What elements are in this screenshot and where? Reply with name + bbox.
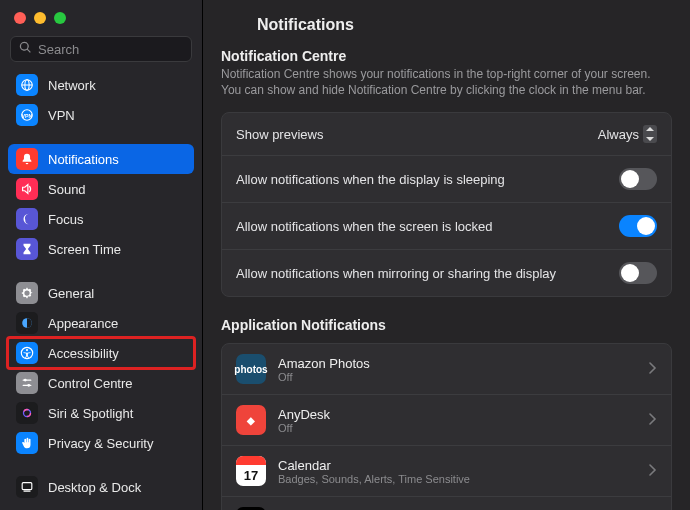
vpn-icon: VPN bbox=[16, 104, 38, 126]
window-controls bbox=[0, 0, 202, 36]
app-row-calendar[interactable]: 17CalendarBadges, Sounds, Alerts, Time S… bbox=[222, 445, 671, 496]
allow-when-sleeping-row: Allow notifications when the display is … bbox=[222, 155, 671, 202]
speaker-icon bbox=[16, 178, 38, 200]
settings-window: NetworkVPNVPNNotificationsSoundFocusScre… bbox=[0, 0, 690, 510]
main-content[interactable]: Notifications Notification Centre Notifi… bbox=[203, 0, 690, 510]
sidebar-item-label: Siri & Spotlight bbox=[48, 406, 133, 421]
show-previews-label: Show previews bbox=[236, 127, 323, 142]
sidebar-item-accessibility[interactable]: Accessibility bbox=[8, 338, 194, 368]
app-status: Off bbox=[278, 371, 637, 383]
sidebar-item-label: Focus bbox=[48, 212, 83, 227]
sidebar-item-vpn[interactable]: VPNVPN bbox=[8, 100, 194, 130]
sidebar-item-label: Network bbox=[48, 78, 96, 93]
chevron-right-icon bbox=[649, 411, 657, 429]
notification-settings-panel: Show previews Always Allow notifications… bbox=[221, 112, 672, 297]
sidebar-item-label: Control Centre bbox=[48, 376, 133, 391]
app-status: Badges, Sounds, Alerts, Time Sensitive bbox=[278, 473, 637, 485]
sidebar-item-label: General bbox=[48, 286, 94, 301]
app-name: AnyDesk bbox=[278, 407, 637, 422]
search-icon bbox=[19, 40, 32, 58]
stepper-icon bbox=[643, 125, 657, 143]
app-status: Off bbox=[278, 422, 637, 434]
sidebar-item-label: Desktop & Dock bbox=[48, 480, 141, 495]
sidebar-item-network[interactable]: Network bbox=[8, 70, 194, 100]
show-previews-select[interactable]: Always bbox=[598, 125, 657, 143]
gear-icon bbox=[16, 282, 38, 304]
app-name: Calendar bbox=[278, 458, 637, 473]
accessibility-icon bbox=[16, 342, 38, 364]
sidebar-item-label: VPN bbox=[48, 108, 75, 123]
app-icon: ◆ bbox=[236, 405, 266, 435]
sidebar: NetworkVPNVPNNotificationsSoundFocusScre… bbox=[0, 0, 203, 510]
sidebar-item-control-centre[interactable]: Control Centre bbox=[8, 368, 194, 398]
sidebar-item-label: Screen Time bbox=[48, 242, 121, 257]
allow-when-mirroring-toggle[interactable] bbox=[619, 262, 657, 284]
svg-rect-16 bbox=[24, 491, 31, 492]
sidebar-item-siri-spotlight[interactable]: Siri & Spotlight bbox=[8, 398, 194, 428]
chevron-right-icon bbox=[649, 360, 657, 378]
page-title: Notifications bbox=[221, 12, 672, 48]
search-input[interactable] bbox=[38, 42, 206, 57]
svg-point-7 bbox=[26, 349, 28, 351]
moon-icon bbox=[16, 208, 38, 230]
sidebar-item-sound[interactable]: Sound bbox=[8, 174, 194, 204]
sidebar-item-label: Notifications bbox=[48, 152, 119, 167]
show-previews-row[interactable]: Show previews Always bbox=[222, 113, 671, 155]
sidebar-item-label: Sound bbox=[48, 182, 86, 197]
app-row-anydesk[interactable]: ◆AnyDeskOff bbox=[222, 394, 671, 445]
allow-when-mirroring-label: Allow notifications when mirroring or sh… bbox=[236, 266, 556, 281]
sidebar-item-privacy-security[interactable]: Privacy & Security bbox=[8, 428, 194, 458]
sidebar-item-label: Privacy & Security bbox=[48, 436, 153, 451]
search-field[interactable] bbox=[10, 36, 192, 62]
app-icon: 17 bbox=[236, 456, 266, 486]
siri-icon bbox=[16, 402, 38, 424]
allow-when-locked-row: Allow notifications when the screen is l… bbox=[222, 202, 671, 249]
hourglass-icon bbox=[16, 238, 38, 260]
app-name: Amazon Photos bbox=[278, 356, 637, 371]
sidebar-item-screen-time[interactable]: Screen Time bbox=[8, 234, 194, 264]
sidebar-item-label: Appearance bbox=[48, 316, 118, 331]
allow-when-locked-toggle[interactable] bbox=[619, 215, 657, 237]
svg-text:VPN: VPN bbox=[22, 113, 33, 119]
sidebar-list[interactable]: NetworkVPNVPNNotificationsSoundFocusScre… bbox=[0, 70, 202, 510]
sidebar-item-desktop-dock[interactable]: Desktop & Dock bbox=[8, 472, 194, 502]
svg-point-9 bbox=[24, 379, 27, 382]
svg-rect-15 bbox=[22, 483, 32, 490]
hand-icon bbox=[16, 432, 38, 454]
dock-icon bbox=[16, 476, 38, 498]
close-window-button[interactable] bbox=[14, 12, 26, 24]
bell-icon bbox=[16, 148, 38, 170]
svg-point-11 bbox=[27, 384, 30, 387]
application-notifications-panel: photosAmazon PhotosOff◆AnyDeskOff17Calen… bbox=[221, 343, 672, 510]
sidebar-item-general[interactable]: General bbox=[8, 278, 194, 308]
allow-when-locked-label: Allow notifications when the screen is l… bbox=[236, 219, 493, 234]
app-row-amazon-photos[interactable]: photosAmazon PhotosOff bbox=[222, 344, 671, 394]
app-icon: photos bbox=[236, 354, 266, 384]
allow-when-sleeping-label: Allow notifications when the display is … bbox=[236, 172, 505, 187]
allow-when-mirroring-row: Allow notifications when mirroring or sh… bbox=[222, 249, 671, 296]
minimize-window-button[interactable] bbox=[34, 12, 46, 24]
notification-centre-description: Notification Centre shows your notificat… bbox=[221, 66, 661, 98]
globe-icon bbox=[16, 74, 38, 96]
sidebar-item-appearance[interactable]: Appearance bbox=[8, 308, 194, 338]
notification-centre-heading: Notification Centre bbox=[221, 48, 672, 64]
sidebar-item-notifications[interactable]: Notifications bbox=[8, 144, 194, 174]
allow-when-sleeping-toggle[interactable] bbox=[619, 168, 657, 190]
sidebar-item-focus[interactable]: Focus bbox=[8, 204, 194, 234]
show-previews-value: Always bbox=[598, 127, 639, 142]
sidebar-item-label: Accessibility bbox=[48, 346, 119, 361]
appearance-icon bbox=[16, 312, 38, 334]
chevron-right-icon bbox=[649, 462, 657, 480]
application-notifications-heading: Application Notifications bbox=[221, 317, 672, 333]
app-row-capcut[interactable]: ✕CapCutOff bbox=[222, 496, 671, 510]
sliders-icon bbox=[16, 372, 38, 394]
fullscreen-window-button[interactable] bbox=[54, 12, 66, 24]
